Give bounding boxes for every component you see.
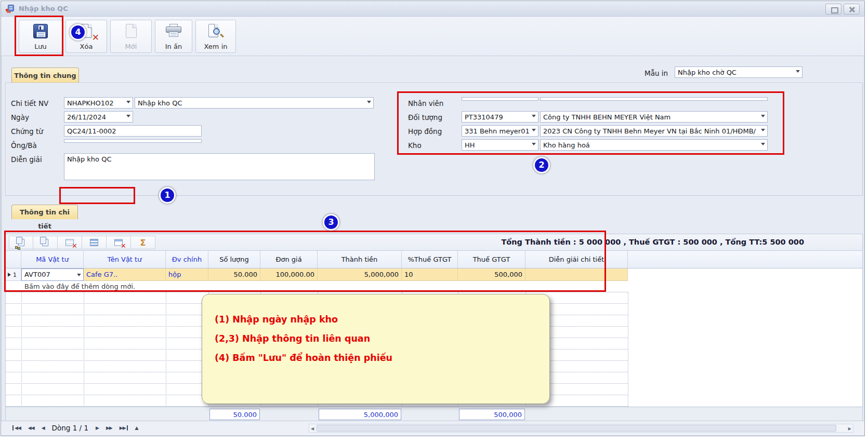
chevron-down-icon xyxy=(761,115,765,117)
instruction-note: (1) Nhập ngày nhập kho (2,3) Nhập thông … xyxy=(202,294,550,404)
delete-row-button[interactable]: ✕ xyxy=(58,236,82,249)
sum-icon: Σ xyxy=(140,238,146,248)
delete-table-button[interactable]: ✕ xyxy=(107,236,131,249)
title-bar: Nhập kho QC xyxy=(1,1,864,17)
grid-toolbar: ✕ ✕ Σ Tổng Thành tiền : 5 000 000 , Thuế… xyxy=(6,234,862,251)
note-line-1: (1) Nhập ngày nhập kho xyxy=(215,310,549,329)
column-header-thanh-tien[interactable]: Thành tiền xyxy=(318,251,402,268)
warehouse-code-combo[interactable]: HH xyxy=(462,139,538,151)
contract-name-combo[interactable]: 2023 CN Công ty TNHH Behn Meyer VN tại B… xyxy=(540,125,768,137)
column-separator xyxy=(166,292,166,407)
sum-button[interactable]: Σ xyxy=(131,236,155,249)
merge-rows-button[interactable] xyxy=(82,236,107,249)
chevron-down-icon xyxy=(126,115,130,117)
save-button[interactable]: Lưu xyxy=(19,20,62,53)
column-header-ten-vat-tu[interactable]: Tên Vật tư xyxy=(84,251,166,268)
cell-dv-chinh[interactable]: hộp xyxy=(166,268,208,281)
person-label: Ông/Bà xyxy=(11,141,37,150)
add-new-row[interactable]: Bấm vào đây để thêm dòng mới. xyxy=(6,281,628,292)
close-button[interactable] xyxy=(844,4,860,15)
partner-code-combo[interactable]: PT3310479 xyxy=(462,111,538,123)
document-input[interactable]: QC24/11-0002 xyxy=(64,125,202,137)
person-input[interactable] xyxy=(64,139,202,143)
cell-dien-giai[interactable] xyxy=(525,268,628,281)
record-navigator-bar: ◀◀ ◀◀ ◀ Dòng 1 / 1 ▶ ▶▶ ▶▶ ▲ ◀ ▶ xyxy=(1,421,864,435)
print-button[interactable]: In ấn xyxy=(155,20,192,53)
screen: Nhập kho QC Lưu ✕ Xóa Mới xyxy=(0,0,868,444)
cell-so-luong[interactable]: 50.000 xyxy=(208,268,260,281)
column-header-thue-gtgt[interactable]: Thuế GTGT xyxy=(458,251,525,268)
step-3-badge: 3 xyxy=(323,214,339,231)
cell-pct-thue[interactable]: 10 xyxy=(402,268,458,281)
column-header-so-luong[interactable]: Số lượng xyxy=(208,251,260,268)
page-magnifier-icon xyxy=(196,24,235,41)
partner-name-combo[interactable]: Công ty TNHH BEHN MEYER Việt Nam xyxy=(540,111,768,123)
duplicate-row-icon xyxy=(42,239,48,246)
column-header-pct-thue[interactable]: %Thuế GTGT xyxy=(402,251,458,268)
date-label: Ngày xyxy=(11,113,29,122)
nav-row-label: Dòng 1 / 1 xyxy=(52,424,88,432)
nav-last-icon[interactable]: ▶▶ xyxy=(120,425,128,430)
page-new-icon xyxy=(111,24,151,41)
nav-next-page-icon[interactable]: ▶▶ xyxy=(106,425,112,430)
nav-next-icon[interactable]: ▶ xyxy=(96,425,99,430)
column-separator xyxy=(628,292,628,407)
chevron-down-icon xyxy=(532,129,536,131)
column-separator xyxy=(21,292,22,407)
nav-prev-icon[interactable]: ◀ xyxy=(42,425,45,430)
contract-code-combo[interactable]: 331 Behn meyer01 xyxy=(462,125,538,137)
scroll-left-icon[interactable]: ◀ xyxy=(311,426,314,431)
description-label: Diễn giải xyxy=(11,155,42,164)
copy-row-button[interactable] xyxy=(9,236,33,249)
nav-collapse-icon[interactable]: ▲ xyxy=(135,425,138,430)
column-header-don-gia[interactable]: Đơn giá xyxy=(260,251,318,268)
grid-summary-totals: Tổng Thành tiền : 5 000 000 , Thuế GTGT … xyxy=(501,238,804,246)
row-indicator-header xyxy=(6,251,21,268)
column-header-dv-chinh[interactable]: Đv chính xyxy=(166,251,208,268)
tab-general-info[interactable]: Thông tin chung xyxy=(11,68,79,83)
employee-code-combo[interactable] xyxy=(462,97,538,101)
activity-code-combo[interactable]: NHAPKHO102 xyxy=(64,97,133,109)
nav-prev-page-icon[interactable]: ◀◀ xyxy=(28,425,34,430)
main-toolbar: Lưu ✕ Xóa Mới In ấn xyxy=(1,17,864,56)
note-line-3: (4) Bấm "Lưu" để hoàn thiện phiếu xyxy=(215,348,549,368)
preview-button[interactable]: Xem in xyxy=(195,20,236,53)
row-indicator[interactable]: 1 xyxy=(6,268,21,281)
step-1-badge: 1 xyxy=(159,187,176,204)
partner-label: Đối tượng xyxy=(408,113,442,122)
print-template-combo[interactable]: Nhập kho chờ QC xyxy=(675,66,803,78)
maximize-button[interactable] xyxy=(825,4,841,15)
current-row-arrow-icon xyxy=(8,273,11,277)
chevron-down-icon xyxy=(761,129,765,131)
tab-detail-info[interactable]: Thông tin chi tiết xyxy=(11,205,78,219)
date-picker[interactable]: 26/11/2024 xyxy=(64,111,133,123)
print-template-label: Mẫu in xyxy=(645,69,668,77)
cell-ten-vat-tu[interactable]: Cafe G7.. xyxy=(84,268,166,281)
column-header-dien-giai[interactable]: Diễn giải chi tiết xyxy=(525,251,628,268)
horizontal-scrollbar[interactable]: ◀ ▶ xyxy=(309,424,853,433)
delete-table-icon: ✕ xyxy=(114,239,123,246)
cell-thanh-tien[interactable]: 5,000,000 xyxy=(318,268,402,281)
new-button: Mới xyxy=(110,20,152,53)
document-label: Chứng từ xyxy=(11,127,43,136)
window-title: Nhập kho QC xyxy=(19,5,68,12)
description-textarea[interactable]: Nhập kho QC xyxy=(64,153,375,180)
duplicate-row-button[interactable] xyxy=(33,236,58,249)
app-icon xyxy=(6,4,15,14)
nav-first-icon[interactable]: ◀◀ xyxy=(12,425,21,430)
footer-vat-total: 500,000 xyxy=(459,409,525,420)
copy-row-icon xyxy=(18,239,24,246)
column-header-ma-vat-tu[interactable]: Mã Vật tư xyxy=(21,251,84,268)
cell-don-gia[interactable]: 100,000.00 xyxy=(260,268,318,281)
chevron-down-icon xyxy=(532,143,536,145)
warehouse-label: Kho xyxy=(408,141,422,150)
cell-ma-vat-tu[interactable]: AVT007 xyxy=(21,268,84,281)
scrollbar-thumb[interactable] xyxy=(317,425,836,432)
scroll-right-icon[interactable]: ▶ xyxy=(848,426,851,431)
employee-name-combo[interactable] xyxy=(540,97,768,101)
cell-thue-gtgt[interactable]: 500,000 xyxy=(458,268,525,281)
grid-footer: 50.000 5,000,000 500,000 xyxy=(6,407,862,421)
contract-label: Hợp đồng xyxy=(408,127,442,136)
warehouse-name-combo[interactable]: Kho hàng hoá xyxy=(540,139,768,151)
activity-name-combo[interactable]: Nhập kho QC xyxy=(135,97,374,109)
